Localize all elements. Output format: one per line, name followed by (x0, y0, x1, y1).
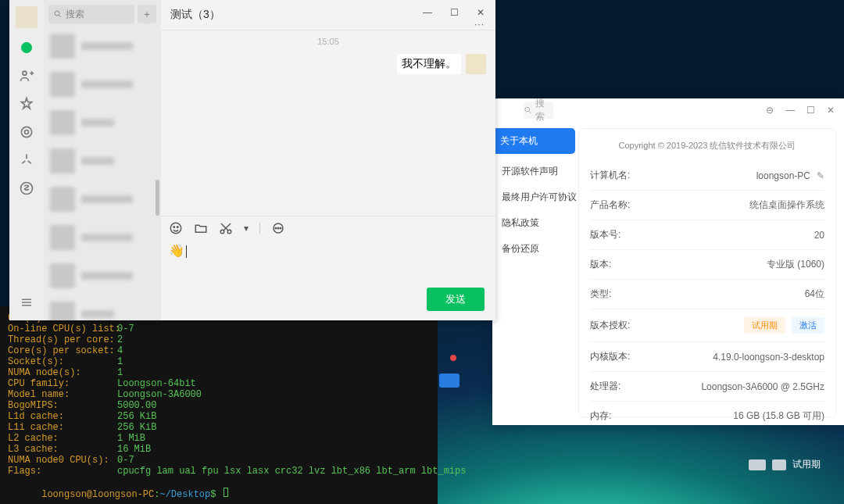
status-block (749, 459, 766, 470)
chat-input[interactable]: 👋 (161, 240, 495, 288)
wechat-chat-panel: 测试（3） — ☐ ✕ ··· 15:05 我不理解。 (161, 0, 495, 320)
moments-icon[interactable] (18, 152, 35, 169)
partial-button[interactable] (439, 374, 460, 388)
svg-point-2 (21, 42, 31, 52)
sidebar-item-privacy[interactable]: 隐私政策 (492, 210, 578, 236)
list-item[interactable] (44, 180, 161, 218)
svg-line-9 (22, 161, 25, 163)
svg-point-19 (177, 227, 179, 228)
history-icon[interactable] (271, 221, 285, 235)
about-sidebar: 关于本机 开源软件声明 最终用户许可协议 隐私政策 备份还原 (492, 128, 578, 417)
svg-point-26 (275, 227, 277, 229)
contacts-icon[interactable] (18, 67, 35, 84)
message-timestamp: 15:05 (161, 30, 495, 46)
sidebar-item-eula[interactable]: 最终用户许可协议 (492, 184, 578, 210)
about-window: 搜索 ⊖ — ☐ ✕ 关于本机 开源软件声明 最终用户许可协议 隐私政策 备份还… (492, 98, 844, 425)
svg-point-6 (21, 127, 31, 137)
hamburger-icon[interactable] (18, 294, 35, 311)
terminal-prompt-path: ~/Desktop (159, 489, 210, 500)
about-close-button[interactable]: ✕ (825, 105, 836, 116)
terminal-window[interactable]: CPU(s):8On-line CPU(s) list:0-7Thread(s)… (0, 306, 438, 504)
svg-point-27 (280, 227, 281, 229)
list-item[interactable] (44, 141, 161, 180)
svg-point-17 (170, 223, 181, 234)
message-bubble[interactable]: 我不理解。 (397, 54, 461, 74)
chat-toolbar: ▾ (161, 216, 495, 240)
activate-button[interactable]: 激活 (792, 317, 824, 334)
trial-label: 试用期 (792, 458, 821, 471)
emoji-icon[interactable] (169, 221, 183, 235)
new-chat-button[interactable]: ＋ (138, 5, 156, 23)
search-icon (524, 105, 532, 115)
list-item[interactable] (44, 218, 161, 256)
files-icon[interactable] (18, 123, 35, 141)
about-panel: Copyright © 2019-2023 统信软件技术有限公司 计算机名:lo… (578, 128, 836, 417)
send-button[interactable]: 发送 (427, 288, 485, 311)
wechat-conversation-list: 搜索 ＋ (44, 0, 161, 320)
avatar[interactable] (16, 6, 38, 28)
list-item[interactable] (44, 27, 161, 65)
status-block (772, 459, 786, 470)
desktop-statusbar: 试用期 (749, 458, 821, 471)
svg-point-3 (23, 71, 27, 75)
chevron-down-icon[interactable]: ▾ (244, 223, 249, 234)
svg-point-0 (525, 107, 530, 112)
wechat-search-input[interactable]: 搜索 (48, 5, 134, 23)
chat-icon[interactable] (18, 39, 35, 56)
avatar[interactable] (466, 54, 486, 74)
list-item[interactable] (44, 256, 161, 295)
terminal-cursor (224, 488, 228, 497)
copyright-text: Copyright © 2019-2023 统信软件技术有限公司 (590, 135, 824, 161)
about-search[interactable]: 搜索 (524, 102, 553, 119)
svg-point-18 (173, 227, 175, 228)
list-scrollbar[interactable] (156, 180, 159, 216)
favorites-icon[interactable] (18, 95, 35, 113)
search-icon (53, 9, 63, 19)
wechat-minimize-button[interactable]: — (417, 5, 438, 20)
about-menu-icon[interactable]: ⊖ (764, 105, 775, 116)
wechat-window: 搜索 ＋ 测试（3） — ☐ ✕ (9, 0, 495, 320)
list-item[interactable] (44, 295, 161, 320)
terminal-prompt-user: loongson@loongson-PC (41, 489, 154, 500)
folder-icon[interactable] (194, 221, 208, 235)
about-window-controls: ⊖ — ☐ ✕ (764, 105, 836, 116)
about-minimize-button[interactable]: — (785, 105, 796, 116)
svg-line-16 (59, 16, 62, 18)
list-item[interactable] (44, 103, 161, 141)
wechat-close-button[interactable]: ✕ (470, 5, 491, 20)
wechat-maximize-button[interactable]: ☐ (444, 5, 464, 20)
chat-title: 测试（3） (170, 8, 220, 22)
sidebar-item-about[interactable]: 关于本机 (492, 128, 575, 154)
sidebar-item-opensource[interactable]: 开源软件声明 (492, 159, 578, 184)
svg-point-25 (277, 227, 279, 229)
text-caret (186, 245, 187, 258)
trial-badge: 试用期 (744, 317, 785, 334)
notification-dot (450, 355, 456, 361)
scissors-icon[interactable] (219, 221, 233, 235)
desktop: CPU(s):8On-line CPU(s) list:0-7Thread(s)… (0, 0, 844, 504)
chat-more-icon[interactable]: ··· (474, 19, 485, 30)
list-item[interactable] (44, 65, 161, 103)
sidebar-item-backup[interactable]: 备份还原 (492, 236, 578, 262)
about-maximize-button[interactable]: ☐ (805, 105, 816, 116)
wechat-nav (9, 0, 44, 320)
message-outgoing: 我不理解。 (397, 54, 486, 74)
edit-computer-name-icon[interactable]: ✎ (817, 170, 824, 181)
miniprogram-icon[interactable] (18, 180, 35, 197)
svg-point-15 (55, 11, 59, 16)
svg-line-1 (529, 111, 531, 113)
svg-line-10 (28, 161, 31, 163)
svg-point-7 (25, 130, 29, 134)
